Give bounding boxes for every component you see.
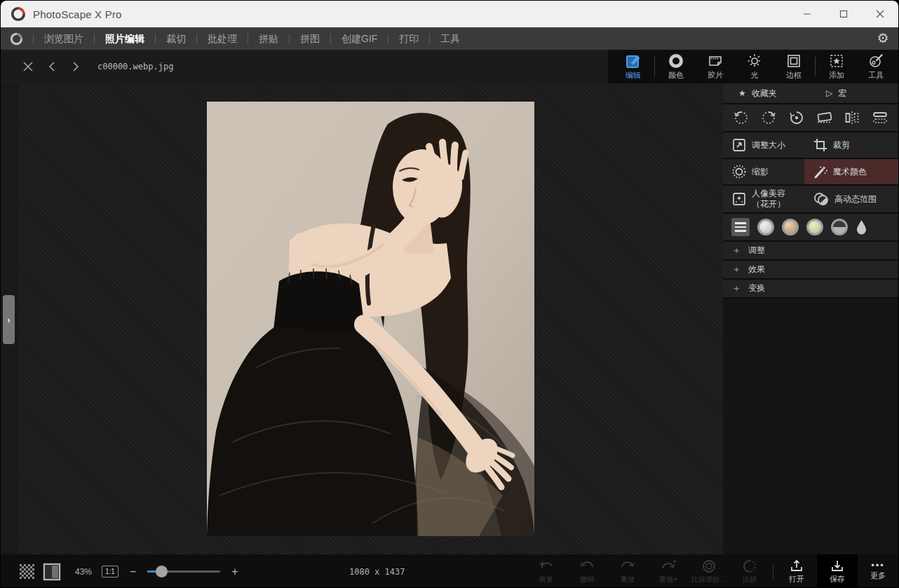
app-logo-icon [11, 6, 26, 22]
statusbar-divider [773, 563, 773, 581]
status-bar: 43% 1:1 − + 1080 x 1437 恢复 [1, 554, 898, 588]
filter-swatch-green[interactable] [806, 219, 823, 235]
main-area: › [1, 83, 898, 554]
photo-image [207, 102, 534, 536]
rotate-cw-icon [760, 109, 777, 126]
mode-light-button[interactable]: 光 [735, 50, 774, 83]
secondary-bar: c00000.webp.jpg 编辑 颜色 [1, 50, 898, 83]
straighten-icon [816, 109, 834, 126]
insert-star-icon [829, 53, 844, 69]
compare-button[interactable]: 比较 [729, 554, 770, 588]
undo-icon [579, 559, 595, 573]
next-image-icon[interactable] [67, 57, 85, 76]
open-button[interactable]: 打开 [776, 554, 817, 588]
save-button[interactable]: 保存 [817, 554, 858, 588]
flip-horizontal-button[interactable] [840, 107, 864, 129]
hdr-circles-icon [813, 191, 830, 207]
plus-icon: ＋ [731, 282, 740, 295]
straighten-button[interactable] [813, 107, 837, 129]
magic-color-button[interactable]: 魔术颜色 [804, 159, 898, 184]
filter-swatch-neutral[interactable] [757, 219, 774, 235]
redo-plus-icon [660, 559, 677, 573]
zoom-out-button[interactable]: − [126, 566, 140, 578]
maximize-button[interactable] [825, 1, 862, 27]
rotate-right-button[interactable] [757, 107, 780, 129]
tab-collage[interactable]: 拼贴 [248, 27, 289, 50]
close-image-icon[interactable] [19, 57, 37, 76]
file-nav-bar: c00000.webp.jpg [1, 50, 608, 83]
zoom-slider[interactable] [147, 570, 220, 573]
undo-button[interactable]: 撤销 [567, 554, 607, 588]
tab-create-gif[interactable]: 创建GIF [331, 27, 388, 50]
color-ring-icon [668, 53, 684, 69]
zoom-slider-thumb[interactable] [156, 566, 168, 577]
favorites-button[interactable]: ★ 收藏夹 [723, 83, 811, 103]
save-icon [830, 559, 844, 573]
zoom-in-button[interactable]: + [227, 566, 242, 578]
filter-swatch-warm[interactable] [782, 219, 799, 235]
actual-size-button[interactable]: 1:1 [102, 566, 119, 577]
photoscape-window: PhotoScape X Pro 浏览图片 照片编辑 裁切 批处理 拼贴 [0, 0, 899, 588]
plus-icon: ＋ [731, 245, 740, 257]
settings-gear-icon[interactable]: ⚙ [876, 32, 890, 46]
mode-edit-button[interactable]: 编辑 [614, 50, 653, 83]
background-toggle-icon[interactable] [43, 563, 61, 581]
redo-icon [619, 559, 636, 573]
mode-frame-button[interactable]: 边框 [774, 50, 813, 83]
mode-insert-button[interactable]: 添加 [817, 50, 856, 83]
tab-cut[interactable]: 裁切 [156, 27, 196, 50]
portrait-beauty-button[interactable]: 人像美容（花开） [723, 186, 804, 212]
crop-icon [813, 137, 828, 153]
edit-pencil-icon [626, 53, 641, 69]
image-dimensions: 1080 x 1437 [349, 567, 405, 577]
more-button[interactable]: ••• 更多 [858, 554, 898, 588]
section-effects[interactable]: ＋ 效果 [723, 261, 898, 280]
reset-icon [538, 559, 555, 573]
reset-button[interactable]: 恢复 [526, 554, 567, 588]
tab-print[interactable]: 打印 [388, 27, 429, 50]
minimize-button[interactable] [789, 1, 825, 27]
crop-button[interactable]: 裁剪 [804, 132, 898, 158]
resize-button[interactable]: 调整大小 [723, 132, 804, 158]
section-adjust[interactable]: ＋ 调整 [723, 242, 898, 261]
zoom-level: 43% [75, 567, 92, 577]
film-icon [708, 53, 723, 69]
prev-image-icon[interactable] [43, 57, 61, 76]
mode-tools-button[interactable]: 工具 [856, 50, 895, 83]
vignette-icon [731, 164, 747, 179]
rotate-left-button[interactable] [729, 107, 753, 129]
plus-icon: ＋ [731, 264, 740, 276]
free-rotate-button[interactable] [785, 107, 809, 129]
mode-film-button[interactable]: 胶片 [696, 50, 735, 83]
expand-left-panel-handle[interactable]: › [3, 295, 15, 344]
tab-combine[interactable]: 拼图 [290, 27, 330, 50]
section-transform[interactable]: ＋ 变换 [723, 280, 898, 299]
vignette-button[interactable]: 缩影 [723, 159, 804, 184]
filter-list-button[interactable] [731, 218, 750, 236]
tab-viewer[interactable]: 浏览图片 [34, 27, 94, 50]
redo-plus-button[interactable]: 重做+ [648, 554, 689, 588]
redo-button[interactable]: 重做 [607, 554, 648, 588]
hdr-button[interactable]: 高动态范围 [804, 186, 898, 212]
free-rotate-icon [788, 109, 805, 126]
tab-editor[interactable]: 照片编辑 [95, 27, 155, 50]
compare-original-button[interactable]: 比较原始… [689, 554, 729, 588]
compare-icon [742, 559, 757, 573]
droplet-icon[interactable] [856, 219, 867, 235]
sun-icon [747, 53, 762, 69]
editor-canvas[interactable] [18, 83, 723, 554]
transparency-grid-icon[interactable] [19, 563, 36, 580]
left-strip: › [1, 83, 18, 554]
tab-batch[interactable]: 批处理 [197, 27, 248, 50]
mode-color-button[interactable]: 颜色 [656, 50, 696, 83]
flip-vertical-button[interactable] [868, 107, 892, 129]
editor-mode-toolbar: 编辑 颜色 胶片 [608, 50, 898, 83]
filter-swatch-split[interactable] [831, 219, 848, 235]
macro-button[interactable]: ▷ 宏 [811, 83, 898, 103]
tab-tools[interactable]: 工具 [430, 27, 471, 50]
portrait-sparkle-icon [731, 191, 747, 207]
home-swirl-icon[interactable] [10, 32, 23, 46]
toolbar-separator [654, 57, 655, 76]
title-bar: PhotoScape X Pro [1, 1, 898, 27]
close-button[interactable] [862, 1, 898, 27]
